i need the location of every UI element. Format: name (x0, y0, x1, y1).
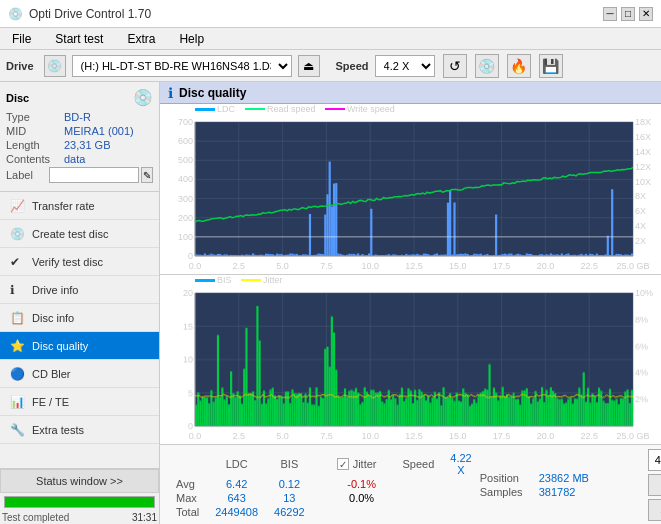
progress-fill (5, 497, 154, 507)
sidebar-item-extra-tests[interactable]: 🔧 Extra tests (0, 416, 159, 444)
disc-length-label: Length (6, 139, 62, 151)
sidebar-item-label: Disc info (32, 312, 74, 324)
status-window-button[interactable]: Status window >> (0, 469, 159, 493)
disc-contents-value: data (64, 153, 85, 165)
samples-value: 381782 (539, 486, 576, 498)
sidebar-item-verify-test-disc[interactable]: ✔ Verify test disc (0, 248, 159, 276)
maximize-button[interactable]: □ (621, 7, 635, 21)
chart-bottom (160, 275, 661, 445)
disc-type-label: Type (6, 111, 62, 123)
disc-label-input[interactable] (49, 167, 139, 183)
stats-avg-row: Avg 6.42 0.12 -0.1% (168, 477, 480, 491)
disc-image-icon: 💿 (133, 88, 153, 107)
sidebar-item-transfer-rate[interactable]: 📈 Transfer rate (0, 192, 159, 220)
disc-contents-label: Contents (6, 153, 62, 165)
disc-mid-label: MID (6, 125, 62, 137)
action-speed-select[interactable]: 4.2 X (648, 449, 661, 471)
titlebar: 💿 Opti Drive Control 1.70 ─ □ ✕ (0, 0, 661, 28)
drive-icon: 💿 (44, 55, 66, 77)
sidebar-item-cd-bler[interactable]: 🔵 CD Bler (0, 360, 159, 388)
extra-tests-icon: 🔧 (10, 423, 26, 437)
progress-container (0, 493, 159, 511)
stats-spacer-header (313, 451, 329, 477)
progress-bar (4, 496, 155, 508)
stats-table: LDC BIS ✓ Jitter Speed (168, 451, 480, 519)
eject-button[interactable]: ⏏ (298, 55, 320, 77)
status-time: 31:31 (132, 512, 157, 523)
menu-start-test[interactable]: Start test (47, 30, 111, 48)
max-bis: 13 (266, 491, 313, 505)
avg-ldc: 6.42 (207, 477, 266, 491)
sidebar-item-label: CD Bler (32, 368, 71, 380)
disc-label-text: Label (6, 169, 47, 181)
sidebar-item-fe-te[interactable]: 📊 FE / TE (0, 388, 159, 416)
disc-button[interactable]: 💿 (475, 54, 499, 78)
titlebar-controls[interactable]: ─ □ ✕ (603, 7, 653, 21)
stats-jitter-check-header: ✓ Jitter (329, 451, 395, 477)
menu-help[interactable]: Help (171, 30, 212, 48)
jitter-checkbox[interactable]: ✓ (337, 458, 349, 470)
disc-mid-row: MID MEIRA1 (001) (6, 125, 153, 137)
app-icon: 💿 (8, 7, 23, 21)
disc-label-edit-button[interactable]: ✎ (141, 167, 153, 183)
jitter-label: Jitter (353, 458, 377, 470)
total-bis: 46292 (266, 505, 313, 519)
stats-total-row: Total 2449408 46292 (168, 505, 480, 519)
sidebar-item-drive-info[interactable]: ℹ Drive info (0, 276, 159, 304)
speed-select[interactable]: 4.2 X (375, 55, 435, 77)
sidebar-item-disc-quality[interactable]: ⭐ Disc quality (0, 332, 159, 360)
position-label: Position (480, 472, 535, 484)
sidebar-item-label: Create test disc (32, 228, 108, 240)
disc-section-title: Disc (6, 92, 29, 104)
burn-button[interactable]: 🔥 (507, 54, 531, 78)
sidebar-item-create-test-disc[interactable]: 💿 Create test disc (0, 220, 159, 248)
ldc-chart-canvas (160, 104, 661, 274)
disc-info-icon: 📋 (10, 311, 26, 325)
disc-contents-row: Contents data (6, 153, 153, 165)
verify-test-disc-icon: ✔ (10, 255, 26, 269)
menubar: File Start test Extra Help (0, 28, 661, 50)
stats-speed-val-header: 4.22 X (442, 451, 479, 477)
total-ldc: 2449408 (207, 505, 266, 519)
position-value: 23862 MB (539, 472, 589, 484)
max-label: Max (168, 491, 207, 505)
disc-mid-value: MEIRA1 (001) (64, 125, 134, 137)
samples-row: Samples 381782 (480, 486, 640, 498)
disc-length-row: Length 23,31 GB (6, 139, 153, 151)
bis-chart-canvas (160, 275, 661, 445)
disc-quality-header: ℹ Disc quality (160, 82, 661, 104)
start-full-button[interactable]: Start full (648, 474, 661, 496)
avg-label: Avg (168, 477, 207, 491)
disc-type-row: Type BD-R (6, 111, 153, 123)
position-row: Position 23862 MB (480, 472, 640, 484)
drivebar: Drive 💿 (H:) HL-DT-ST BD-RE WH16NS48 1.D… (0, 50, 661, 82)
main-layout: Disc 💿 Type BD-R MID MEIRA1 (001) Length… (0, 82, 661, 524)
sidebar: Disc 💿 Type BD-R MID MEIRA1 (001) Length… (0, 82, 160, 524)
disc-quality-icon: ⭐ (10, 339, 26, 353)
drive-select[interactable]: (H:) HL-DT-ST BD-RE WH16NS48 1.D3 (72, 55, 292, 77)
sidebar-item-disc-info[interactable]: 📋 Disc info (0, 304, 159, 332)
app-title: Opti Drive Control 1.70 (29, 7, 151, 21)
disc-quality-header-icon: ℹ (168, 85, 173, 101)
close-button[interactable]: ✕ (639, 7, 653, 21)
stats-speed-header: Speed (395, 451, 443, 477)
disc-type-value: BD-R (64, 111, 91, 123)
sidebar-item-label: FE / TE (32, 396, 69, 408)
sidebar-item-label: Transfer rate (32, 200, 95, 212)
save-button[interactable]: 💾 (539, 54, 563, 78)
charts-container (160, 104, 661, 444)
jitter-section: ✓ Jitter (337, 458, 377, 470)
minimize-button[interactable]: ─ (603, 7, 617, 21)
stats-bar: LDC BIS ✓ Jitter Speed (160, 444, 661, 524)
drive-label: Drive (6, 60, 34, 72)
start-part-button[interactable]: Start part (648, 499, 661, 521)
stats-max-row: Max 643 13 0.0% (168, 491, 480, 505)
transfer-rate-icon: 📈 (10, 199, 26, 213)
menu-file[interactable]: File (4, 30, 39, 48)
disc-length-value: 23,31 GB (64, 139, 110, 151)
right-stats: Position 23862 MB Samples 381782 (480, 472, 640, 498)
menu-extra[interactable]: Extra (119, 30, 163, 48)
refresh-button[interactable]: ↺ (443, 54, 467, 78)
sidebar-item-label: Extra tests (32, 424, 84, 436)
titlebar-left: 💿 Opti Drive Control 1.70 (8, 7, 151, 21)
